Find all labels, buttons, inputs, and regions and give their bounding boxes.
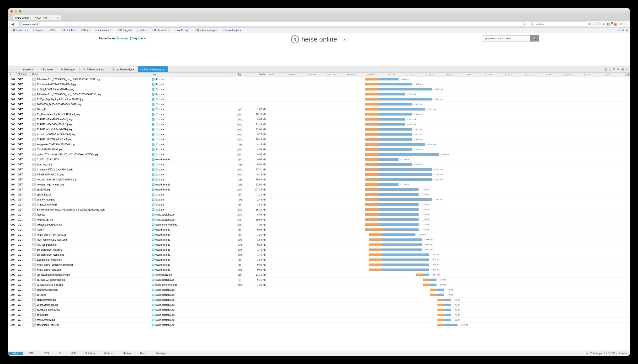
reload-icon[interactable]: ↻ (523, 22, 525, 26)
network-request-row[interactable]: 304GETlogo.jpg🌐static.getdigital.dejpeg6… (8, 212, 630, 217)
network-request-row[interactable]: 304GETzero.png🌐static.getdigital.de→ 79 … (8, 292, 630, 298)
network-request-row[interactable]: 200GETwidget.php?produkt=dsl🌐tarifrechne… (8, 222, 630, 227)
network-request-row[interactable]: 304GETT1_Livestream-8da3e1bb94939de3.jpe… (8, 112, 630, 117)
network-request-row[interactable]: 304GETcarouselv2_compressed.js🌐static.ge… (8, 277, 630, 282)
page-search-input[interactable] (482, 35, 530, 42)
network-request-row[interactable]: 304GETbg_pfeilspitze_links.png🌐www.heise… (8, 247, 630, 252)
filter-grafiken[interactable]: Grafiken (100, 352, 118, 355)
brand-dropdown-icon[interactable]: ▾ (342, 37, 347, 42)
devtools-close-icon[interactable]: ✕ (625, 68, 628, 71)
network-request-row[interactable]: 304GETbg_pfeilspitze_rechts.png🌐www.heis… (8, 252, 630, 257)
wdt-item[interactable]: ✕Informationen▾ (93, 29, 115, 32)
wdt-item[interactable]: ✕Cookies▾ (30, 29, 47, 32)
network-request-row[interactable]: 304GETexplain.jpg🌐static.getdigital.de→ … (8, 312, 630, 318)
network-request-row[interactable]: 304GETheise_online_navi_sprite.gif🌐www.h… (8, 232, 630, 237)
network-request-row[interactable]: 304GETheise_online_lupe.png🌐www.heise.de… (8, 267, 630, 272)
network-request-row[interactable]: 304GETjobs_logo.png🌐1.f.ix.depng5,60 KB→… (8, 162, 630, 167)
network-request-row[interactable]: 304GETBildschirmfoto_2015-06-08_um_15-73… (8, 77, 630, 82)
col-type[interactable]: Typ (231, 72, 248, 76)
addon-icon[interactable]: ◧3 (607, 22, 612, 26)
network-request-row[interactable]: 200GETseenby_logo.png🌐2.f.ix.depng2,46 K… (8, 197, 630, 202)
col-status[interactable]: ✓ (8, 72, 17, 76)
download-icon[interactable]: ⤓ (588, 22, 591, 26)
close-tab-icon[interactable]: × (57, 16, 59, 19)
filter-sonstiges[interactable]: Sonstiges (151, 352, 171, 355)
network-request-row[interactable]: 304GETAndroid_M-b5605c0146f9248d.jpeg🌐1.… (8, 132, 630, 137)
wdt-item[interactable]: ✕Sonstiges▾ (116, 29, 134, 32)
clear-button[interactable]: Leeren (619, 352, 627, 355)
wdt-item[interactable]: ✕CSS▾ (47, 29, 60, 32)
inspect-element-icon[interactable]: ▭ (8, 66, 15, 72)
network-request-row[interactable]: 304GETTHUMB-fe3ca15d0c1eb07b.jpeg🌐1.f.ix… (8, 127, 630, 132)
home-icon[interactable]: ⌂ (593, 22, 595, 26)
network-request-row[interactable]: 304GETatesomepie_offer.jpg🌐static.getdig… (8, 322, 630, 328)
shield-icon[interactable]: ⛨ (619, 22, 622, 26)
network-request-row[interactable]: 304GET33dc809933d81be5.jpeg🌐3.f.ix.dejpe… (8, 147, 630, 152)
search-field[interactable] (535, 23, 584, 26)
back-button[interactable]: ◀ (10, 22, 15, 26)
network-request-row[interactable]: 304GETtaschentuchbox.jpg🌐static.getdigit… (8, 288, 630, 292)
col-file[interactable]: Datei (31, 72, 150, 76)
network-request-row[interactable]: 304GETnetz-rot-gruen-16f23efb7cdef769.pn… (8, 177, 630, 182)
network-request-row[interactable]: 304GETir_engine-2f602b42add98cc0.jpeg🌐2.… (8, 167, 630, 172)
close-window-icon[interactable] (10, 10, 13, 13)
network-request-row[interactable]: 304GETicon_kommentare_klein.png🌐www.heis… (8, 237, 630, 242)
network-request-row[interactable]: 304GET00on.gif🌐2.f.ix.degif1,07 KB→ 421 … (8, 107, 630, 112)
brand-logo[interactable]: h heise online ▾ (291, 35, 347, 44)
network-request-row[interactable]: 304GET/?uri=/🌐www.heise.degif0,05 KB→ 33… (8, 227, 630, 232)
filter-schriften[interactable]: Schriften (81, 352, 99, 355)
network-request-row[interactable]: 304GETsps2352.jpg🌐www.heise.dejpeg107,26… (8, 187, 630, 192)
network-request-row[interactable]: 304GETlink_list_bullet.png🌐www.heise.dep… (8, 242, 630, 247)
maximize-window-icon[interactable] (19, 10, 22, 13)
network-request-row[interactable]: 304GETnetwars_logo_teaser.png🌐www.heise.… (8, 182, 630, 187)
chevron-down-icon[interactable]: ▾ (603, 22, 604, 26)
wdt-item[interactable]: ✕Größe ändern▾ (149, 29, 172, 32)
network-request-row[interactable]: 304GETcgdw-1023_banner-336x200_v02-26180… (8, 152, 630, 157)
wdt-item[interactable]: ✕Formulare▾ (60, 29, 79, 32)
network-request-row[interactable]: 304GETheise2015.html🌐static.getdigital.d… (8, 217, 630, 222)
filter-js[interactable]: JS (54, 352, 66, 355)
tab-console[interactable]: › Konsole (37, 66, 57, 72)
network-request-row[interactable]: 304GET5-5e85bf0749efd73c.jpeg🌐2.f.ix.dej… (8, 172, 630, 177)
timeline-scroll-icon[interactable]: ▦ (626, 72, 630, 76)
tab-style[interactable]: ✎ Stilbearbeitung (80, 66, 108, 72)
network-request-row[interactable]: 200GETvic.css.php?commonRoot=true🌐common… (8, 272, 630, 277)
network-request-row[interactable]: 304GETdpunktfoto.gif🌐1.f.ix.degif1,11 KB… (8, 192, 630, 197)
url-input[interactable]: 🌐 www.heise.de ↻ (17, 22, 527, 27)
network-request-row[interactable]: 304GETTHUMB-34b756f4834d7de5.jpeg🌐1.f.ix… (8, 137, 630, 142)
network-request-row[interactable]: 304GET1280px-ZapfSigning-fa91b48bac97482… (8, 97, 630, 102)
network-request-row[interactable]: 304GETmakeymakey.jpg🌐static.getdigital.d… (8, 318, 630, 322)
filter-css[interactable]: CSS (39, 352, 54, 355)
wdt-item[interactable]: ✕Einstellungen▾ (220, 29, 243, 32)
pocket-icon[interactable]: ▣ (614, 22, 617, 26)
filter-flash[interactable]: Flash (135, 352, 151, 355)
network-request-row[interactable]: 304GETangepasst-03e2734c41790269.png🌐2.f… (8, 142, 630, 147)
tab-inspector[interactable]: ▭ Inspektor (15, 66, 37, 72)
minimize-window-icon[interactable] (15, 10, 17, 13)
network-request-row[interactable]: 304GETstarwarsmetal.jpg🌐static.getdigita… (8, 298, 630, 302)
network-request-row[interactable]: 304GET41843_22-48fbb9d4ce98a2ba.jpeg🌐2.f… (8, 87, 630, 92)
new-tab-button[interactable]: ＋ (62, 16, 68, 20)
browser-search-input[interactable]: 🔍 (529, 22, 586, 27)
network-request-row[interactable]: 304GETBannerFormate_Heise_v2_Security_03… (8, 207, 630, 212)
devtools-window-icon[interactable]: ▢ (609, 68, 611, 71)
wdt-item[interactable]: ✕Deaktivieren▾ (8, 29, 30, 32)
network-request-row[interactable]: 304GETverivox-service-logo.png🌐tarifrech… (8, 282, 630, 288)
devtools-dock-icon[interactable]: ◨ (621, 68, 624, 71)
devtools-options-icon[interactable]: ⊞ (617, 68, 619, 71)
network-request-row[interactable]: 304GETbackground_weitere.gif🌐www.heise.d… (8, 257, 630, 262)
col-size[interactable]: Größe (248, 72, 267, 76)
tab-network[interactable]: ↕ Netzwerkanalyse (138, 66, 168, 72)
col-host[interactable]: Host (150, 72, 231, 76)
network-request-row[interactable]: 304GEThandtuch-monkey.jpg🌐static.getdigi… (8, 308, 630, 312)
network-request-row[interactable]: 304GETTHUMB-c83ef3d04a68c5c3.jpeg🌐1.f.ix… (8, 122, 630, 127)
wdt-item[interactable]: ✕Bilder▾ (79, 29, 93, 32)
network-request-row[interactable]: 304GETTHUMB-46bce79006fee0a2.jpeg🌐1.f.ix… (8, 117, 630, 122)
wdt-item[interactable]: ✕Quelltext anzeigen▾ (193, 29, 220, 32)
filter-alles[interactable]: Alles (8, 352, 23, 355)
wdt-item[interactable]: ✕Werkzeuge▾ (172, 29, 192, 32)
login-link[interactable]: Einloggen (117, 37, 129, 40)
menu-icon[interactable]: ☰ (625, 22, 628, 26)
col-method[interactable]: Methode (17, 72, 31, 76)
tab-debugger[interactable]: ⊘ Debugger (57, 66, 80, 72)
